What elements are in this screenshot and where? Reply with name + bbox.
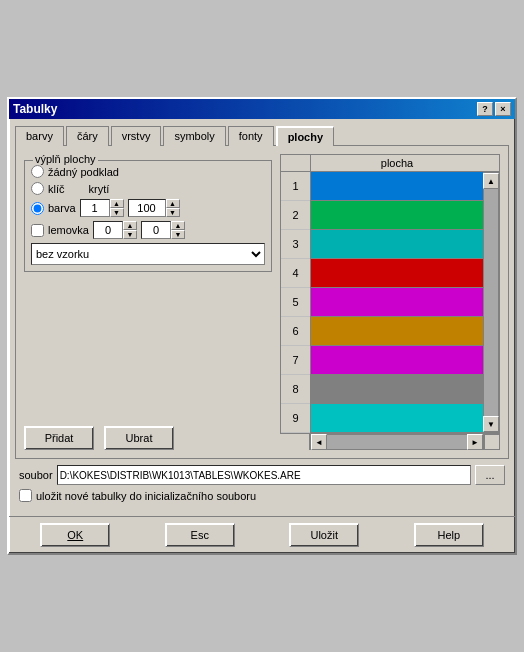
color-row-7[interactable]: [311, 346, 483, 375]
esc-button[interactable]: Esc: [165, 523, 235, 547]
group-title: výplň plochy: [33, 153, 98, 165]
radio-zadny-row: žádný podklad: [31, 165, 265, 178]
color-row-8[interactable]: [311, 375, 483, 404]
save-checkbox[interactable]: [19, 489, 32, 502]
esc-label: Esc: [191, 529, 209, 541]
lemovka-spinbox1: 0 ▲ ▼: [93, 221, 137, 239]
scroll-left-btn[interactable]: ◄: [311, 434, 327, 450]
pridat-button[interactable]: Přidat: [24, 426, 94, 450]
tab-fonty[interactable]: fonty: [228, 126, 274, 146]
color-row-2[interactable]: [311, 201, 483, 230]
table-scroll-container: 1 2 3 4 5 6 7 8 9: [280, 171, 500, 434]
scroll-track-v[interactable]: [484, 189, 498, 416]
barva-down-arrow[interactable]: ▼: [110, 208, 124, 217]
num-3: 3: [281, 230, 310, 259]
num-1: 1: [281, 172, 310, 201]
bottom-buttons-row: OK Esc Uložit Help: [9, 516, 515, 553]
lemovka-down2[interactable]: ▼: [171, 230, 185, 239]
scroll-up-btn[interactable]: ▲: [483, 173, 499, 189]
barva-input[interactable]: 1: [80, 199, 110, 217]
lemovka-label: lemovka: [48, 224, 89, 236]
horizontal-scrollbar-area: ◄ ►: [280, 434, 500, 450]
tab-bar: barvy čáry vrstvy symboly fonty plochy: [15, 125, 509, 145]
color-column: [311, 172, 483, 433]
num-7: 7: [281, 346, 310, 375]
right-panel: plocha 1 2 3 4 5 6 7 8 9: [280, 154, 500, 450]
lemovka-up2[interactable]: ▲: [171, 221, 185, 230]
help-title-btn[interactable]: ?: [477, 102, 493, 116]
ok-button[interactable]: OK: [40, 523, 110, 547]
lemovka-down1[interactable]: ▼: [123, 230, 137, 239]
barva-row: barva 1 ▲ ▼ 100 ▲ ▼: [31, 199, 265, 217]
ulozit-button[interactable]: Uložit: [289, 523, 359, 547]
scroll-header-spacer: [483, 155, 499, 171]
num-4: 4: [281, 259, 310, 288]
main-window: Tabulky ? × barvy čáry vrstvy symboly fo…: [7, 97, 517, 555]
lemovka-checkbox[interactable]: [31, 224, 44, 237]
file-row: soubor D:\KOKES\DISTRIB\WK1013\TABLES\WK…: [15, 465, 509, 485]
ulozit-label: Uložit: [310, 529, 338, 541]
num-9: 9: [281, 404, 310, 433]
h-scroll-corner: [484, 434, 500, 450]
lemovka-input1[interactable]: 0: [93, 221, 123, 239]
save-checkbox-row: uložit nové tabulky do inicializačního s…: [19, 489, 505, 502]
kryti-spinbox: 100 ▲ ▼: [128, 199, 180, 217]
vypln-plochy-group: výplň plochy žádný podklad klíč krytí ba…: [24, 160, 272, 272]
barva-arrows: ▲ ▼: [110, 199, 124, 217]
radio-barva-label: barva: [48, 202, 76, 214]
kryti-arrows: ▲ ▼: [166, 199, 180, 217]
tab-symboly[interactable]: symboly: [163, 126, 225, 146]
lemovka-spinbox2: 0 ▲ ▼: [141, 221, 185, 239]
file-input[interactable]: D:\KOKES\DISTRIB\WK1013\TABLES\WKOKES.AR…: [57, 465, 471, 485]
close-title-btn[interactable]: ×: [495, 102, 511, 116]
help-label: Help: [437, 529, 460, 541]
vzor-dropdown[interactable]: bez vzorku vzor 1 vzor 2: [31, 243, 265, 265]
file-browse-btn[interactable]: ...: [475, 465, 505, 485]
file-label: soubor: [19, 469, 53, 481]
lemovka-up1[interactable]: ▲: [123, 221, 137, 230]
barva-up-arrow[interactable]: ▲: [110, 199, 124, 208]
kryti-label: krytí: [89, 183, 110, 195]
vzor-dropdown-row: bez vzorku vzor 1 vzor 2: [31, 243, 265, 265]
radio-zadny-label: žádný podklad: [48, 166, 119, 178]
lemovka-arrows2: ▲ ▼: [171, 221, 185, 239]
lemovka-input2[interactable]: 0: [141, 221, 171, 239]
tab-barvy[interactable]: barvy: [15, 126, 64, 146]
kryti-input[interactable]: 100: [128, 199, 166, 217]
radio-barva[interactable]: [31, 202, 44, 215]
kryti-down-arrow[interactable]: ▼: [166, 208, 180, 217]
left-panel: výplň plochy žádný podklad klíč krytí ba…: [24, 154, 272, 450]
content-area: barvy čáry vrstvy symboly fonty plochy v…: [9, 119, 515, 512]
color-row-9[interactable]: [311, 404, 483, 433]
color-row-5[interactable]: [311, 288, 483, 317]
scroll-right-btn[interactable]: ►: [467, 434, 483, 450]
color-row-6[interactable]: [311, 317, 483, 346]
num-column: 1 2 3 4 5 6 7 8 9: [281, 172, 311, 433]
num-col-header: [281, 155, 311, 171]
horizontal-scrollbar: ◄ ►: [310, 434, 484, 450]
radio-klic-label: klíč: [48, 183, 65, 195]
plocha-header: plocha: [311, 155, 483, 171]
color-row-1[interactable]: [311, 172, 483, 201]
radio-klic[interactable]: [31, 182, 44, 195]
tab-cary[interactable]: čáry: [66, 126, 109, 146]
tab-vrstvy[interactable]: vrstvy: [111, 126, 162, 146]
table-header: plocha: [280, 154, 500, 171]
kryti-up-arrow[interactable]: ▲: [166, 199, 180, 208]
color-row-4[interactable]: [311, 259, 483, 288]
num-5: 5: [281, 288, 310, 317]
scroll-down-btn[interactable]: ▼: [483, 416, 499, 432]
tab-plochy[interactable]: plochy: [276, 126, 334, 146]
ubrat-button[interactable]: Ubrat: [104, 426, 174, 450]
scroll-track-h[interactable]: [327, 435, 467, 449]
vertical-scrollbar: ▲ ▼: [483, 172, 499, 433]
save-checkbox-label: uložit nové tabulky do inicializačního s…: [36, 490, 256, 502]
ok-label: OK: [67, 529, 83, 541]
title-bar-buttons: ? ×: [477, 102, 511, 116]
num-2: 2: [281, 201, 310, 230]
radio-zadny[interactable]: [31, 165, 44, 178]
barva-spinbox: 1 ▲ ▼: [80, 199, 124, 217]
color-row-3[interactable]: [311, 230, 483, 259]
num-8: 8: [281, 375, 310, 404]
help-button[interactable]: Help: [414, 523, 484, 547]
